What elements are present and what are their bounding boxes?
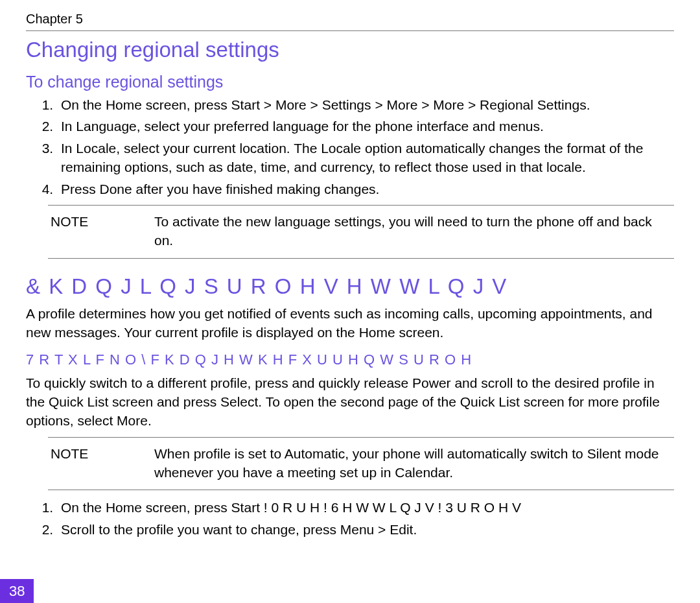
body-paragraph: A profile determines how you get notifie… <box>26 304 674 342</box>
divider <box>48 490 674 490</box>
note-text: When profile is set to Automatic, your p… <box>154 444 671 482</box>
step-item: On the Home screen, press Start ! 0 R U … <box>57 498 674 517</box>
note-block: NOTE When profile is set to Automatic, y… <box>48 437 674 491</box>
step-item: Scroll to the profile you want to change… <box>57 520 674 539</box>
subsection-heading-scrambled: 7 R T X L F N O \ F K D Q J H W K H F X … <box>26 351 674 368</box>
chapter-label: Chapter 5 <box>26 12 674 27</box>
page-number-badge: 38 <box>0 579 34 603</box>
note-text: To activate the new language settings, y… <box>154 212 671 250</box>
step-item: Press Done after you have finished makin… <box>57 180 674 198</box>
step-list: On the Home screen, press Start ! 0 R U … <box>26 498 674 539</box>
step-item: In Language, select your preferred langu… <box>57 117 674 136</box>
section-heading: To change regional settings <box>26 73 674 91</box>
note-label: NOTE <box>51 444 154 482</box>
step-list: On the Home screen, press Start > More >… <box>26 95 674 198</box>
divider <box>48 258 674 259</box>
step-item: In Locale, select your current location.… <box>57 139 674 177</box>
divider <box>26 30 674 31</box>
page-title: Changing regional settings <box>26 38 674 62</box>
section-heading-scrambled: & K D Q J L Q J S U R O H V H W W L Q J … <box>26 274 674 299</box>
body-paragraph: To quickly switch to a different profile… <box>26 373 674 431</box>
note-block: NOTE To activate the new language settin… <box>48 205 674 259</box>
step-item: On the Home screen, press Start > More >… <box>57 95 674 114</box>
note-label: NOTE <box>51 212 154 250</box>
manual-page: Chapter 5 Changing regional settings To … <box>0 0 700 539</box>
